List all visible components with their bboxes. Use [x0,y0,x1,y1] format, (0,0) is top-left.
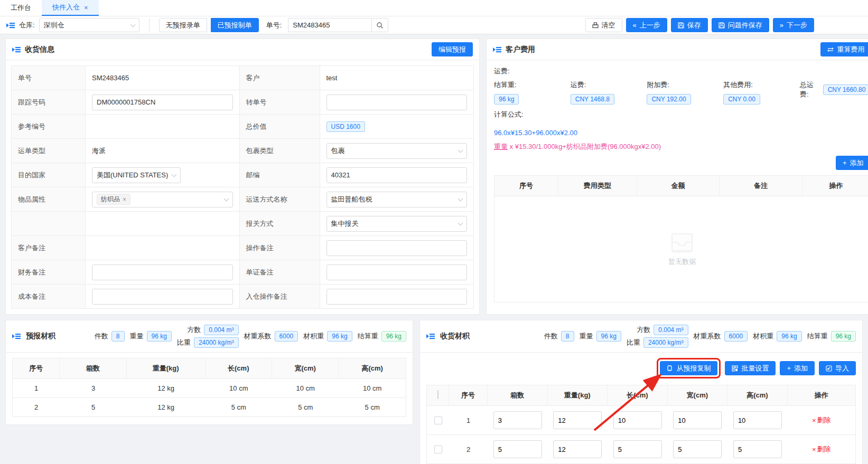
dimension-input[interactable] [613,411,662,429]
copy-from-forecast-button[interactable]: 从预报复制 [660,361,717,375]
table-cell [668,435,728,463]
field-value-cell [86,260,240,285]
table-cell [608,406,668,434]
field-value-cell [86,212,240,236]
operation-cell: ×删除 [788,435,855,463]
prev-step-button[interactable]: « 上一步 [626,18,667,32]
dimension-input[interactable] [673,440,722,458]
dimension-input[interactable] [493,440,542,458]
next-step-button[interactable]: » 下一步 [773,18,814,32]
dimension-input[interactable] [493,411,542,429]
batch-settings-button[interactable]: 批量设置 [725,361,776,375]
search-icon [376,22,384,29]
table-cell [608,435,668,463]
dimension-input[interactable] [553,440,602,458]
field-text-value: SM2483465 [92,74,129,82]
tab-label: 工作台 [11,3,31,13]
field-value-cell: 包裹 [320,139,474,163]
column-header: 操作 [802,176,868,196]
problem-save-button[interactable]: 问题件保存 [712,18,769,32]
add-row-button[interactable]: + 添加 [780,361,815,375]
field-select[interactable]: 美国(UNITED STATES) [92,167,181,183]
column-header: 序号 [449,385,488,405]
order-no-input[interactable] [288,18,371,32]
row-checkbox[interactable] [434,446,442,453]
double-chevron-right-icon: » [780,21,783,29]
field-label: 单证备注 [240,260,320,285]
order-no-label: 单号: [266,21,282,30]
dimension-input[interactable] [733,411,782,429]
field-value-cell: 海派 [86,139,240,163]
field-input[interactable] [326,94,468,110]
field-select[interactable]: 盐田普船包税 [326,192,468,207]
tab-label: 快件入仓 [52,3,80,12]
import-button[interactable]: 导入 [819,361,856,375]
field-input[interactable] [92,289,233,305]
field-input[interactable] [326,264,468,280]
row-checkbox-cell [427,406,449,434]
table-cell: 2 [449,435,488,463]
table-cell [668,406,728,434]
dimension-input[interactable] [673,411,722,429]
edit-forecast-button[interactable]: 编辑预报 [432,42,473,56]
field-select[interactable]: 集中报关 [326,216,468,232]
delete-icon: × [812,416,816,424]
received-volume-table: 序号箱数重量(kg)长(cm)宽(cm)高(cm)操作 1×删除2×删除 [426,385,856,464]
table-cell: 10 cm [272,379,339,397]
field-value-cell [86,236,240,260]
button-label: 批量设置 [741,364,769,373]
stat-value: 8 [111,331,125,342]
button-label: 保存 [687,21,701,30]
forecasted-entry-button[interactable]: 已预报制单 [211,18,259,32]
table-cell: 10 cm [206,379,272,397]
search-button[interactable] [371,18,388,32]
field-label: 包裹类型 [240,139,320,163]
tab-workbench[interactable]: 工作台 [0,0,42,16]
dimension-input[interactable] [613,440,662,458]
table-row: 2512 kg5 cm5 cm5 cm [13,398,406,417]
save-button[interactable]: 保存 [671,18,708,32]
warehouse-select[interactable]: 深圳仓 [39,18,139,32]
forecast-volume-panel: 预报材积 件数8 重量96 kg 方数0.004 m³ 比重24000 kg/m… [5,320,413,425]
table-cell [488,406,548,434]
button-label: 下一步 [787,21,807,30]
tab-express-inbound[interactable]: 快件入仓 × [42,0,99,16]
add-fee-button[interactable]: + 添加 [836,156,868,170]
panel-title: 收货信息 [25,45,54,54]
no-forecast-entry-button[interactable]: 无预报录单 [159,18,207,32]
delete-button[interactable]: ×删除 [812,415,831,425]
field-label: 邮编 [240,163,320,187]
field-select[interactable]: 包裹 [326,143,468,159]
field-multiselect[interactable]: 纺织品× [92,192,233,207]
field-label: 总价值 [240,115,320,139]
total-freight-value: CNY 1660.80 [823,84,868,95]
field-input[interactable] [92,264,233,280]
dimension-input[interactable] [553,411,602,429]
tab-close-icon[interactable]: × [84,4,88,12]
dimension-input[interactable] [733,440,782,458]
field-input[interactable] [92,94,233,110]
delete-button[interactable]: ×删除 [812,444,831,454]
stat-label: 结算重 [358,332,378,341]
empty-text: 暂无数据 [668,257,696,267]
fee-stat-label: 附加费: [647,80,723,90]
refresh-icon [827,46,834,53]
select-all-checkbox[interactable] [437,390,438,399]
field-text-value: 海派 [92,146,106,156]
row-checkbox[interactable] [434,416,442,424]
recalculate-fees-button[interactable]: 重算费用 [820,42,868,56]
stat-label: 重量 [580,332,593,341]
fee-stat-label: 其他费用: [723,80,800,90]
panel-list-icon [493,45,501,54]
tag-close-icon[interactable]: × [123,196,126,203]
annotation-highlight-box: 从预报复制 [657,358,721,378]
fee-stat-value: 96 kg [494,94,519,105]
clear-button[interactable]: 清空 [585,18,622,32]
forecast-volume-table: 序号箱数重量(kg)长(cm)宽(cm)高(cm) 1312 kg10 cm10… [12,358,406,417]
stat-value: 6000 [724,331,748,342]
customer-fees-panel: 客户费用 重算费用 运费: 结算重: 96 kg [486,39,868,315]
field-input[interactable] [326,240,468,256]
field-input[interactable] [326,289,468,305]
field-value-cell: 纺织品× [86,187,240,212]
field-input[interactable] [326,167,468,183]
